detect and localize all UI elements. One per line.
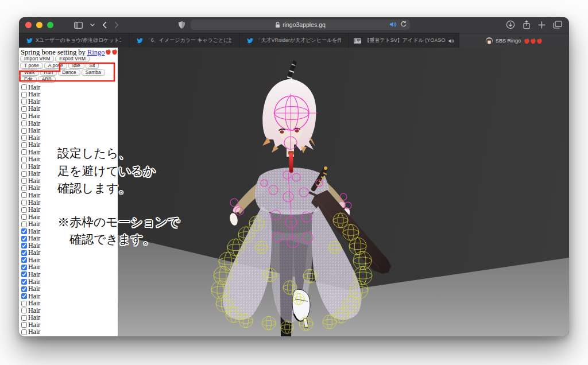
zoom-window-button[interactable]: [47, 22, 53, 28]
bone-checkbox-12[interactable]: [21, 164, 27, 169]
forward-button[interactable]: [114, 21, 119, 29]
tab-audio-icon[interactable]: [448, 36, 454, 46]
toolbar-right: [506, 20, 562, 29]
bone-checkbox-23[interactable]: [21, 243, 27, 248]
url-domain: ringo3apples.gq: [283, 21, 326, 28]
browser-tab-5[interactable]: SBS Ringo: [459, 33, 569, 48]
bone-checkbox-24[interactable]: [21, 250, 27, 256]
bone-checkbox-31[interactable]: [21, 301, 27, 306]
red-tassel: [288, 151, 294, 173]
button-row-1: Import VRMExport VRM: [20, 56, 118, 63]
bone-checkbox-20[interactable]: [21, 222, 27, 227]
reload-icon[interactable]: [400, 21, 407, 28]
bone-checkbox-27[interactable]: [21, 271, 27, 277]
idle-button[interactable]: Idle: [68, 63, 84, 69]
title-bar: ringo3apples.gq: [19, 17, 569, 33]
import-vrm-button[interactable]: Import VRM: [20, 56, 54, 62]
bone-checkbox-11[interactable]: [21, 157, 27, 162]
bone-checkbox-16[interactable]: [21, 192, 27, 198]
bone-checkbox-19[interactable]: [21, 214, 27, 220]
address-bar[interactable]: ringo3apples.gq: [191, 20, 410, 30]
browser-tab-1[interactable]: Xユーザーのキョウ/赤滝@ロケット工房-F3...: [19, 33, 129, 48]
bone-checkbox-8[interactable]: [21, 135, 27, 141]
share-icon[interactable]: [523, 20, 531, 29]
bone-checkbox-10[interactable]: [21, 149, 27, 155]
t-pose-button[interactable]: T pose: [20, 63, 43, 69]
page-title: Spring bone setting by Ringo: [19, 48, 118, 56]
tab-title: Xユーザーのキョウ/赤滝@ロケット工房-F3...: [36, 37, 121, 44]
bone-checkbox-30[interactable]: [21, 293, 27, 299]
sidebar: Spring bone setting by Ringo Import VRME…: [19, 48, 118, 336]
bone-checkbox-1[interactable]: [21, 84, 27, 90]
button-row-4: EditABB: [20, 76, 118, 83]
back-button[interactable]: [102, 21, 107, 29]
bone-checkbox-35[interactable]: [21, 329, 27, 335]
bone-checkbox-13[interactable]: [21, 171, 27, 177]
bone-checkbox-22[interactable]: [21, 236, 27, 242]
tab-title: 「6、イメージカラー キャラごとに設定されて…: [146, 37, 231, 44]
bone-list: HairHairHairHairHairHairHairHairHairHair…: [19, 84, 118, 336]
bone-checkbox-6[interactable]: [21, 121, 27, 126]
nav-controls: [74, 20, 119, 30]
bone-checkbox-34[interactable]: [21, 322, 27, 328]
browser-tab-4[interactable]: 【重音テトSV】アイドル (YOASOBI / 推しの…: [349, 33, 459, 48]
traffic-lights: [25, 22, 53, 28]
close-window-button[interactable]: [25, 22, 32, 28]
bone-checkbox-25[interactable]: [21, 257, 27, 263]
url-text: ringo3apples.gq: [275, 21, 326, 28]
privacy-shield-icon[interactable]: [178, 21, 185, 29]
button-row-3: WalkRunDanceSamba: [20, 69, 118, 76]
bone-checkbox-2[interactable]: [21, 92, 27, 98]
samba-button[interactable]: Samba: [82, 69, 105, 76]
bone-checkbox-9[interactable]: [21, 142, 27, 148]
twitter-icon: [26, 38, 33, 44]
new-tab-icon[interactable]: [538, 21, 546, 29]
bone-checkbox-26[interactable]: [21, 265, 27, 270]
tab-title: 【重音テトSV】アイドル (YOASOBI / 推しの…: [364, 37, 446, 44]
edit-button[interactable]: Edit: [20, 76, 37, 83]
bone-checkbox-14[interactable]: [21, 178, 27, 184]
bone-checkbox-4[interactable]: [21, 106, 27, 112]
twitter-icon: [137, 38, 143, 44]
tab-overview-icon[interactable]: [553, 21, 562, 29]
walk-button[interactable]: Walk: [20, 69, 39, 76]
sit-button[interactable]: Sit: [86, 63, 99, 69]
chevron-down-icon[interactable]: [90, 24, 95, 26]
bone-checkbox-3[interactable]: [21, 99, 27, 104]
run-button[interactable]: Run: [40, 69, 57, 76]
screenshot-stage: ringo3apples.gq: [0, 0, 588, 365]
tab-title: SBS Ringo: [496, 38, 521, 44]
browser-tab-2[interactable]: 「6、イメージカラー キャラごとに設定されて…: [129, 33, 239, 48]
abb-button[interactable]: ABB: [38, 76, 56, 83]
bone-checkbox-18[interactable]: [21, 207, 27, 213]
downloads-icon[interactable]: [506, 20, 515, 29]
vrm-scene: [118, 48, 569, 336]
bone-checkbox-29[interactable]: [21, 286, 27, 292]
browser-tab-3[interactable]: 「天才VRoiderが天才ピンヒールを作っていら…: [239, 33, 350, 48]
export-vrm-button[interactable]: Export VRM: [55, 56, 90, 62]
ringo-link[interactable]: Ringo: [87, 48, 105, 56]
lock-icon: [275, 22, 280, 28]
bone-checkbox-33[interactable]: [21, 315, 27, 321]
sword-pommel: [324, 166, 327, 170]
bone-checkbox-32[interactable]: [21, 308, 27, 313]
minimize-window-button[interactable]: [36, 22, 42, 28]
a-pose-button[interactable]: A pose: [44, 63, 67, 69]
twitter-icon: [247, 38, 253, 44]
apple-emoji: [524, 36, 543, 46]
bone-checkbox-7[interactable]: [21, 128, 27, 134]
control-buttons: Import VRMExport VRMT poseA poseIdleSitW…: [19, 56, 118, 83]
page-content: Spring bone setting by Ringo Import VRME…: [19, 48, 569, 336]
bone-label: Hair: [28, 328, 40, 336]
sidebar-toggle-icon[interactable]: [74, 22, 83, 29]
dance-button[interactable]: Dance: [58, 69, 80, 76]
address-area: ringo3apples.gq: [178, 20, 410, 30]
bone-checkbox-28[interactable]: [21, 279, 27, 285]
bone-checkbox-21[interactable]: [21, 228, 27, 234]
bone-checkbox-5[interactable]: [21, 113, 27, 119]
bone-checkbox-17[interactable]: [21, 200, 27, 205]
viewport-3d[interactable]: [118, 48, 569, 336]
avatar-icon: [486, 37, 493, 44]
bone-checkbox-15[interactable]: [21, 185, 27, 191]
tab-audio-speaker-icon[interactable]: [389, 21, 397, 28]
